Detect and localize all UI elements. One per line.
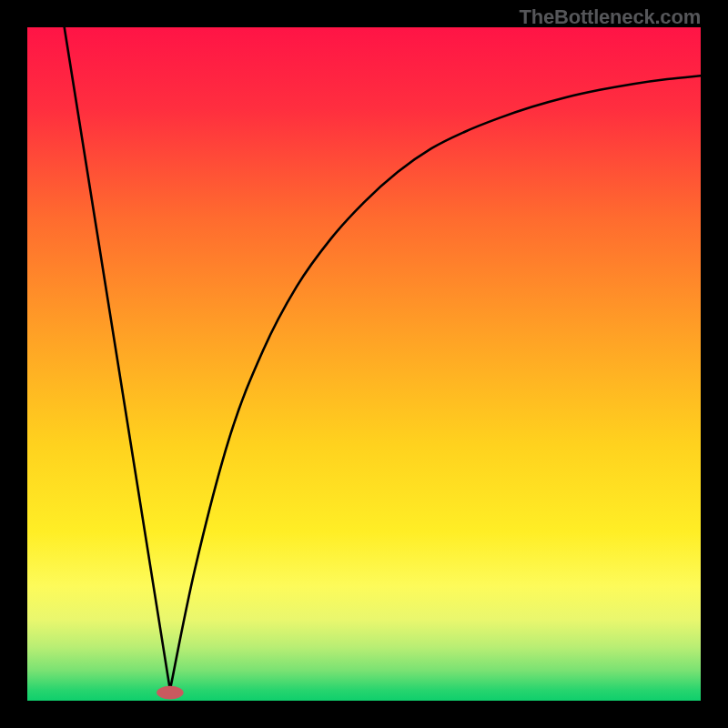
chart-frame: TheBottleneck.com xyxy=(0,0,728,728)
plot-area xyxy=(27,27,701,701)
optimal-point-marker xyxy=(157,686,184,700)
watermark-text: TheBottleneck.com xyxy=(519,5,701,29)
chart-svg xyxy=(27,27,701,701)
gradient-background xyxy=(27,27,701,701)
